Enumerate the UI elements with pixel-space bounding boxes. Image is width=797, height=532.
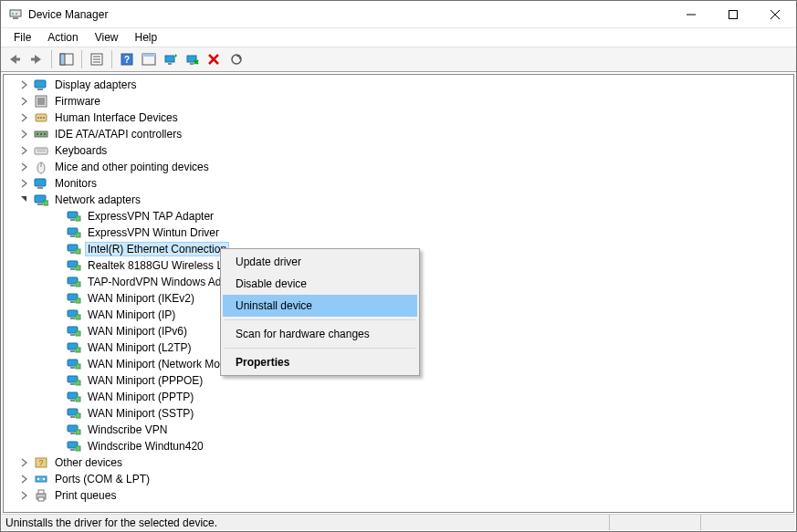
category-icon: ? (33, 455, 49, 470)
spacer (51, 325, 64, 338)
disable-device-button[interactable] (183, 49, 203, 69)
svg-rect-28 (37, 98, 45, 105)
chevron-right-icon[interactable] (18, 456, 31, 469)
tree-category[interactable]: Network adapters (4, 192, 793, 208)
svg-rect-82 (76, 397, 80, 402)
context-menu-properties[interactable]: Properties (223, 351, 417, 373)
svg-text:?: ? (124, 55, 130, 65)
maximize-button[interactable] (712, 1, 754, 28)
svg-rect-42 (35, 179, 46, 186)
tree-category[interactable]: Monitors (4, 175, 793, 192)
menu-view[interactable]: View (88, 30, 126, 45)
statusbar-segment (609, 515, 700, 530)
svg-rect-48 (70, 219, 75, 221)
svg-point-31 (40, 117, 42, 119)
tree-device[interactable]: Windscribe VPN (4, 422, 793, 438)
svg-rect-95 (37, 478, 39, 480)
tree-device[interactable]: ExpressVPN TAP Adapter (4, 208, 793, 224)
svg-rect-43 (37, 187, 43, 189)
svg-rect-61 (76, 282, 80, 287)
network-adapter-icon (66, 242, 82, 256)
category-label: Network adapters (53, 193, 142, 206)
context-menu-update-driver[interactable]: Update driver (223, 251, 417, 273)
context-menu-uninstall-device[interactable]: Uninstall device (223, 295, 417, 317)
category-icon (33, 94, 49, 109)
chevron-right-icon[interactable] (18, 473, 31, 485)
network-adapter-icon (66, 357, 82, 371)
chevron-right-icon[interactable] (18, 177, 31, 190)
tree-device[interactable]: WAN Miniport (SSTP) (4, 405, 793, 422)
scan-hardware-button[interactable] (226, 49, 246, 69)
chevron-right-icon[interactable] (18, 161, 31, 173)
category-icon (33, 143, 49, 158)
svg-rect-8 (16, 58, 20, 61)
svg-rect-45 (37, 203, 43, 205)
chevron-right-icon[interactable] (18, 78, 31, 91)
back-button[interactable] (5, 49, 25, 69)
properties-button[interactable] (87, 49, 107, 69)
tree-category[interactable]: Firmware (4, 93, 793, 110)
tree-category[interactable]: Ports (COM & LPT) (4, 471, 793, 487)
toolbar-icon-2[interactable] (139, 49, 159, 69)
device-label: ExpressVPN TAP Adapter (86, 210, 215, 223)
svg-rect-67 (76, 315, 80, 319)
device-label: WAN Miniport (PPTP) (86, 391, 195, 403)
close-button[interactable] (754, 1, 796, 28)
svg-rect-85 (76, 413, 80, 418)
menu-help[interactable]: Help (128, 30, 165, 45)
uninstall-device-button[interactable] (204, 49, 225, 69)
svg-rect-75 (70, 367, 75, 369)
svg-rect-69 (70, 334, 75, 336)
category-label: Firmware (53, 95, 102, 108)
show-hide-console-tree-button[interactable] (57, 49, 77, 69)
tree-device[interactable]: ExpressVPN Wintun Driver (4, 224, 793, 241)
help-button[interactable]: ? (117, 49, 137, 69)
network-adapter-icon (66, 258, 82, 273)
svg-rect-87 (70, 433, 75, 434)
chevron-right-icon[interactable] (18, 95, 31, 108)
tree-category[interactable]: Human Interface Devices (4, 110, 793, 126)
status-text: Uninstalls the driver for the selected d… (5, 516, 217, 529)
category-icon (33, 78, 49, 92)
minimize-button[interactable] (670, 1, 712, 28)
tree-category[interactable]: ?Other devices (4, 454, 793, 471)
category-label: Keyboards (53, 144, 109, 157)
device-label: Realtek 8188GU Wireless LA (86, 259, 232, 272)
context-menu-separator (225, 348, 415, 349)
category-icon (33, 472, 49, 486)
menu-action[interactable]: Action (40, 30, 85, 45)
svg-rect-25 (35, 80, 46, 88)
svg-point-30 (37, 117, 39, 119)
device-label: WAN Miniport (SSTP) (86, 407, 195, 420)
tree-category[interactable]: Print queues (4, 487, 793, 504)
chevron-right-icon[interactable] (18, 489, 31, 502)
tree-category[interactable]: Mice and other pointing devices (4, 159, 793, 175)
chevron-right-icon[interactable] (18, 128, 31, 141)
chevron-right-icon[interactable] (18, 144, 31, 157)
context-menu-disable-device[interactable]: Disable device (223, 273, 417, 295)
tree-category[interactable]: IDE ATA/ATAPI controllers (4, 126, 793, 142)
update-driver-button[interactable] (161, 49, 181, 69)
window-title: Device Manager (28, 8, 108, 21)
menu-file[interactable]: File (6, 30, 38, 45)
svg-rect-66 (70, 318, 75, 319)
svg-rect-91 (76, 446, 80, 451)
chevron-down-icon[interactable] (18, 193, 31, 206)
tree-device[interactable]: WAN Miniport (PPTP) (4, 389, 793, 405)
context-menu-scan-hardware[interactable]: Scan for hardware changes (223, 323, 417, 345)
chevron-right-icon[interactable] (18, 111, 31, 124)
context-menu-separator (225, 319, 415, 320)
tree-category[interactable]: Keyboards (4, 142, 793, 159)
device-label: Windscribe VPN (86, 423, 169, 436)
svg-rect-49 (76, 216, 80, 221)
context-menu: Update driver Disable device Uninstall d… (220, 248, 420, 376)
svg-rect-46 (44, 201, 48, 205)
svg-rect-84 (70, 416, 75, 418)
tree-category[interactable]: Display adapters (4, 77, 793, 93)
tree-device[interactable]: Windscribe Windtun420 (4, 438, 793, 454)
category-label: Other devices (53, 456, 124, 469)
svg-text:?: ? (38, 458, 43, 467)
svg-rect-76 (76, 364, 80, 369)
forward-button[interactable] (26, 49, 47, 69)
svg-rect-78 (70, 383, 75, 385)
